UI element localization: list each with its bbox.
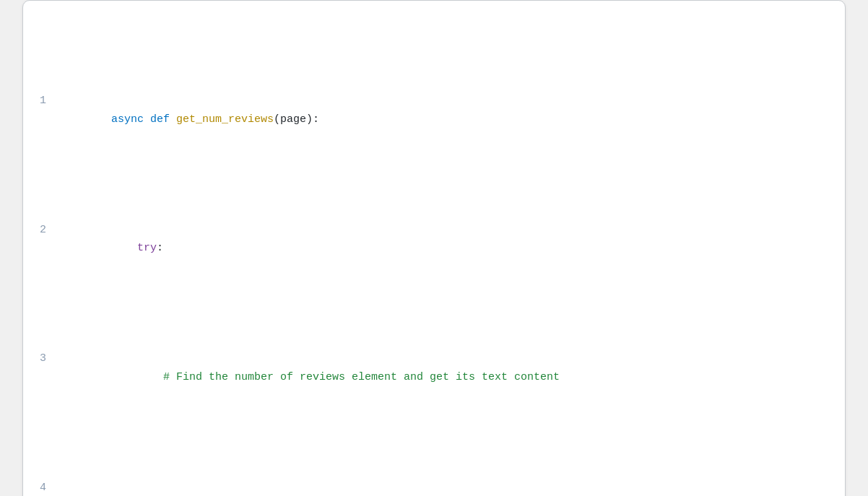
line-number: 4	[30, 479, 59, 497]
code-line-4: 4 num_reviews_elem = await page.query_se…	[30, 479, 830, 497]
line-number: 2	[30, 221, 59, 240]
code-line-1: 1 async def get_num_reviews(page):	[30, 92, 830, 147]
line-number: 1	[30, 92, 59, 110]
line-content: async def get_num_reviews(page):	[59, 92, 830, 147]
code-line-3: 3 # Find the number of reviews element a…	[30, 349, 830, 405]
line-content: num_reviews_elem = await page.query_sele…	[59, 479, 830, 497]
line-content: # Find the number of reviews element and…	[59, 349, 830, 405]
line-content: try:	[59, 221, 830, 277]
code-block: 1 async def get_num_reviews(page): 2 try…	[30, 18, 830, 496]
code-container: 1 async def get_num_reviews(page): 2 try…	[22, 0, 846, 496]
line-number: 3	[30, 349, 59, 368]
code-line-2: 2 try:	[30, 221, 830, 277]
